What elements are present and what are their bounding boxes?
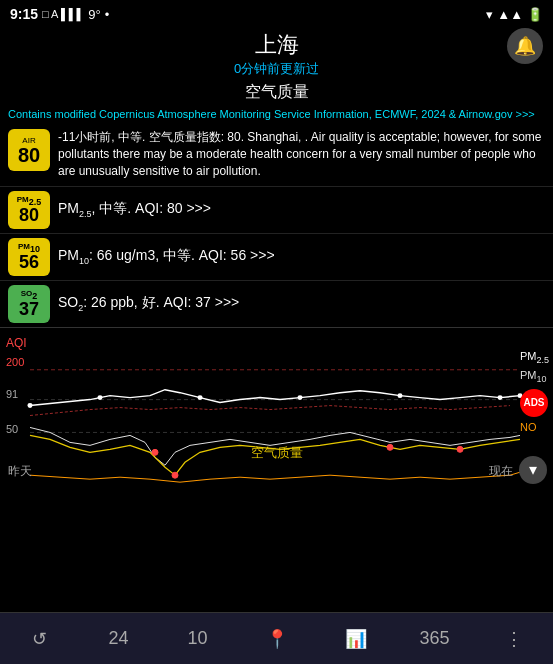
nav-location[interactable]: 📍 bbox=[252, 628, 302, 650]
battery-icon: 🔋 bbox=[527, 7, 543, 22]
svg-point-8 bbox=[398, 393, 403, 398]
update-time: 0分钟前更新过 bbox=[0, 60, 553, 78]
legend-ads: ADS bbox=[520, 389, 548, 417]
pm25-badge-num: 80 bbox=[19, 206, 39, 224]
nav-chart[interactable]: 📊 bbox=[331, 628, 381, 650]
aqi-main-section: AIR 80 -11小时前, 中等. 空气质量指数: 80. Shanghai,… bbox=[0, 123, 553, 185]
svg-point-6 bbox=[198, 395, 203, 400]
pm25-badge: PM2.5 80 bbox=[8, 191, 50, 229]
status-dot: • bbox=[105, 7, 110, 22]
so2-badge: SO2 37 bbox=[8, 285, 50, 323]
refresh-icon: ↺ bbox=[32, 628, 47, 650]
status-icons: □ A ▌▌▌ bbox=[42, 8, 84, 20]
svg-rect-0 bbox=[0, 328, 553, 512]
signal-icon: ▲▲ bbox=[497, 7, 523, 22]
chart-50-label: 50 bbox=[6, 423, 18, 435]
aqi-description: -11小时前, 中等. 空气质量指数: 80. Shanghai, . Air … bbox=[58, 129, 545, 179]
svg-point-14 bbox=[457, 446, 463, 452]
so2-badge-num: 37 bbox=[19, 300, 39, 318]
aq-quality-title: 空气质量 bbox=[0, 80, 553, 105]
pm10-text: PM10: 66 ug/m3, 中等. AQI: 56 >>> bbox=[58, 247, 545, 266]
pm25-row[interactable]: PM2.5 80 PM2.5, 中等. AQI: 80 >>> bbox=[0, 186, 553, 233]
nav-10d[interactable]: 10 bbox=[173, 628, 223, 649]
status-time: 9:15 bbox=[10, 6, 38, 22]
legend-pm10: PM10 bbox=[520, 367, 549, 387]
pollutant-rows: PM2.5 80 PM2.5, 中等. AQI: 80 >>> PM10 56 … bbox=[0, 186, 553, 327]
wifi-icon: ▾ bbox=[486, 7, 493, 22]
chart-area[interactable]: AQI 200 91 50 空气质量 昨天 现在 PM2.5 PM10 ADS … bbox=[0, 327, 553, 512]
365-label: 365 bbox=[419, 628, 449, 649]
badge-num: 80 bbox=[18, 145, 40, 165]
pm25-text: PM2.5, 中等. AQI: 80 >>> bbox=[58, 200, 545, 219]
chart-scroll-button[interactable]: ▾ bbox=[519, 456, 547, 484]
nav-more[interactable]: ⋮ bbox=[489, 628, 539, 650]
chart-now-label: 现在 bbox=[489, 463, 513, 480]
svg-point-7 bbox=[298, 395, 303, 400]
10d-label: 10 bbox=[187, 628, 207, 649]
chart-91-label: 91 bbox=[6, 388, 18, 400]
chart-legend: PM2.5 PM10 ADS NO bbox=[520, 348, 549, 437]
so2-text: SO2: 26 ppb, 好. AQI: 37 >>> bbox=[58, 294, 545, 313]
svg-point-13 bbox=[387, 444, 393, 450]
legend-pm25: PM2.5 bbox=[520, 348, 549, 368]
bottom-nav: ↺ 24 10 📍 📊 365 ⋮ bbox=[0, 612, 553, 664]
chart-aq-label: 空气质量 bbox=[251, 444, 303, 462]
svg-point-11 bbox=[152, 449, 158, 455]
pm10-row[interactable]: PM10 56 PM10: 66 ug/m3, 中等. AQI: 56 >>> bbox=[0, 233, 553, 280]
svg-point-5 bbox=[98, 395, 103, 400]
pm10-badge-num: 56 bbox=[19, 253, 39, 271]
attribution-text[interactable]: Contains modified Copernicus Atmosphere … bbox=[0, 105, 553, 123]
nav-365[interactable]: 365 bbox=[410, 628, 460, 649]
nav-refresh[interactable]: ↺ bbox=[15, 628, 65, 650]
svg-point-12 bbox=[172, 472, 178, 478]
chart-yesterday-label: 昨天 bbox=[8, 463, 32, 480]
svg-point-9 bbox=[498, 395, 503, 400]
nav-24h[interactable]: 24 bbox=[94, 628, 144, 649]
more-icon: ⋮ bbox=[505, 628, 523, 650]
city-name: 上海 bbox=[0, 30, 553, 60]
notification-icon[interactable]: 🔔 bbox=[507, 28, 543, 64]
chart-200-label: 200 bbox=[6, 356, 24, 368]
status-bar: 9:15 □ A ▌▌▌ 9° • ▾ ▲▲ 🔋 bbox=[0, 0, 553, 28]
chart-svg bbox=[0, 328, 553, 512]
legend-no: NO bbox=[520, 419, 549, 437]
chart-aqi-label: AQI bbox=[6, 336, 27, 350]
main-aqi-badge[interactable]: AIR 80 bbox=[8, 129, 50, 171]
location-icon: 📍 bbox=[266, 628, 288, 650]
chart-icon: 📊 bbox=[345, 628, 367, 650]
svg-point-4 bbox=[28, 403, 33, 408]
24h-label: 24 bbox=[108, 628, 128, 649]
header: 上海 0分钟前更新过 🔔 bbox=[0, 28, 553, 80]
so2-row[interactable]: SO2 37 SO2: 26 ppb, 好. AQI: 37 >>> bbox=[0, 280, 553, 327]
status-temp: 9° bbox=[88, 7, 100, 22]
pm10-badge: PM10 56 bbox=[8, 238, 50, 276]
